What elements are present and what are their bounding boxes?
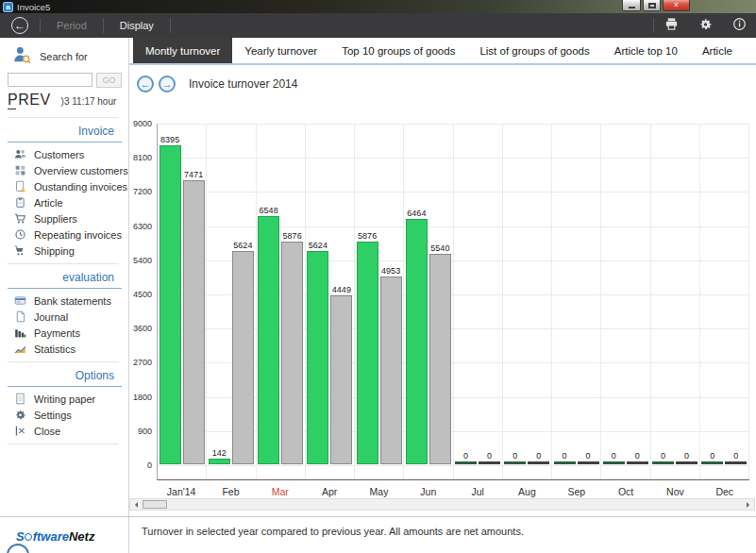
sidebar-item-oustanding-invoices[interactable]: Oustanding invoices xyxy=(0,178,128,194)
toolbar-period-button[interactable]: Period xyxy=(41,20,103,31)
bar-value-label: 0 xyxy=(710,451,714,461)
footer-divider xyxy=(0,516,756,517)
sidebar-item-statistics[interactable]: Statistics xyxy=(0,341,128,357)
x-axis-label-jun: Jun xyxy=(404,486,453,497)
month-column-jan-14: 83957471 xyxy=(158,124,207,479)
sidebar-item-writing-paper[interactable]: Writing paper xyxy=(0,391,128,407)
sidebar-item-article[interactable]: Article xyxy=(0,194,128,210)
scrollbar-thumb[interactable] xyxy=(143,500,167,509)
sidebar-item-customers[interactable]: Customers xyxy=(0,146,128,162)
sidebar-item-journal[interactable]: Journal xyxy=(0,309,128,325)
bar-value-label: 5876 xyxy=(358,231,377,241)
printer-icon xyxy=(664,17,679,35)
sidebar-item-payments[interactable]: Payments xyxy=(0,325,128,341)
bar-previous-year-aug: 0 xyxy=(528,451,549,464)
scroll-left-arrow[interactable] xyxy=(130,499,143,510)
chart-next-button[interactable]: → xyxy=(159,75,176,92)
sidebar-item-bank-statements[interactable]: Bank statements xyxy=(0,293,128,309)
bar xyxy=(330,295,352,464)
bar-2014-oct: 0 xyxy=(603,451,625,464)
sidebar-item-label: Repeating invoices xyxy=(34,229,122,241)
bar xyxy=(232,251,254,464)
period-display: PREV )3 11:17 hour xyxy=(8,92,128,109)
x-axis-label-sep: Sep xyxy=(552,486,601,497)
sidebar-item-shipping[interactable]: Shipping xyxy=(0,243,128,259)
chart-title: Invoice turnover 2014 xyxy=(189,77,297,91)
statistics-icon xyxy=(13,343,26,356)
toolbar-separator xyxy=(170,18,171,33)
tab-list-of-groups-of-goods[interactable]: List of groups of goods xyxy=(467,38,601,63)
bar-pair: 00 xyxy=(503,451,551,464)
horizontal-scrollbar[interactable] xyxy=(129,498,755,511)
globe-o-icon xyxy=(25,533,32,541)
bar xyxy=(455,461,477,464)
bar xyxy=(652,461,674,464)
settings-gear-button[interactable] xyxy=(688,13,722,38)
article-icon xyxy=(13,196,26,209)
gear-icon xyxy=(698,17,713,35)
tab-customers[interactable]: Customers xyxy=(745,38,756,63)
month-column-dec: 00 xyxy=(700,124,749,479)
tab-yearly-turnover[interactable]: Yearly turnover xyxy=(232,38,329,63)
tab-article-top-10[interactable]: Article top 10 xyxy=(602,38,690,63)
toolbar-display-button[interactable]: Display xyxy=(104,20,170,31)
bar-previous-year-jan-14: 7471 xyxy=(183,170,205,464)
sidebar-item-label: Writing paper xyxy=(34,394,95,405)
month-columns: 8395747114256246548587656244449587649536… xyxy=(158,124,749,479)
bar xyxy=(479,461,500,464)
sidebar-item-label: Overview customers xyxy=(34,165,128,176)
tab-article[interactable]: Article xyxy=(690,38,745,63)
bar-previous-year-jun: 5540 xyxy=(429,243,451,464)
back-button[interactable]: ← xyxy=(11,17,28,34)
sidebar-item-close[interactable]: Close xyxy=(0,423,128,439)
bar-value-label: 5624 xyxy=(233,241,252,250)
sidebar-item-repeating-invoices[interactable]: Repeating invoices xyxy=(0,226,128,243)
app-icon: a xyxy=(3,2,13,12)
titlebar: a Invoice5 × xyxy=(0,0,756,13)
sidebar-item-label: Article xyxy=(34,197,63,209)
minimize-button[interactable] xyxy=(622,0,641,11)
x-axis-label-mar: Mar xyxy=(256,486,305,497)
print-button[interactable] xyxy=(654,13,688,38)
settings-icon xyxy=(13,409,26,422)
bar-value-label: 4953 xyxy=(381,266,400,276)
writing-paper-icon xyxy=(13,393,26,406)
search-input[interactable] xyxy=(8,73,92,87)
month-column-apr: 56244449 xyxy=(306,124,355,479)
chart-header: ← → Invoice turnover 2014 xyxy=(137,75,297,92)
window-controls: × xyxy=(622,0,690,11)
sidebar-item-suppliers[interactable]: Suppliers xyxy=(0,210,128,226)
bar-pair: 00 xyxy=(601,451,649,464)
go-button[interactable]: GO xyxy=(96,73,122,88)
toolbar-right-group xyxy=(653,13,756,38)
tab-montly-turnover[interactable]: Montly turnover xyxy=(133,38,232,63)
chart-prev-button[interactable]: ← xyxy=(137,75,154,92)
bar xyxy=(528,461,549,464)
bar-value-label: 0 xyxy=(612,451,616,461)
window-close-button[interactable]: × xyxy=(663,0,690,11)
scrollbar-track[interactable] xyxy=(167,499,742,510)
bar-value-label: 6548 xyxy=(260,206,278,215)
tab-top-10-groups-of-goods[interactable]: Top 10 groups of goods xyxy=(329,38,467,63)
x-axis-label-jan-14: Jan'14 xyxy=(157,486,206,497)
bar-2014-aug: 0 xyxy=(504,451,526,464)
bar xyxy=(701,461,723,464)
suppliers-icon xyxy=(13,212,26,226)
maximize-button[interactable] xyxy=(643,0,661,11)
sidebar-item-settings[interactable]: Settings xyxy=(0,407,128,423)
maximize-icon xyxy=(648,3,656,8)
bar-previous-year-may: 4953 xyxy=(380,266,402,464)
section-title[interactable]: Options xyxy=(76,369,114,382)
sidebar-item-overview-customers[interactable]: Overview customers xyxy=(0,162,128,178)
bar-pair: 00 xyxy=(651,451,699,464)
section-title[interactable]: evaluation xyxy=(62,271,114,284)
scroll-right-arrow[interactable] xyxy=(742,499,754,510)
section-title[interactable]: Invoice xyxy=(78,125,114,138)
bar-pair: 56244449 xyxy=(306,241,354,464)
bar-value-label: 0 xyxy=(635,451,640,461)
bar-2014-dec: 0 xyxy=(701,451,723,464)
info-button[interactable] xyxy=(722,13,756,38)
bar-previous-year-mar: 5876 xyxy=(281,231,303,464)
x-axis-label-apr: Apr xyxy=(305,486,354,497)
overview-customers-icon xyxy=(13,164,26,177)
